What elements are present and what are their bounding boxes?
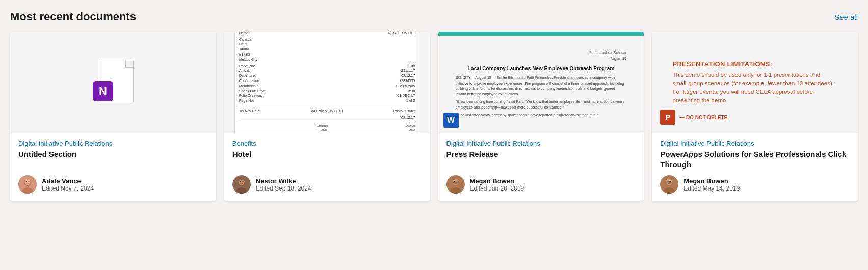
edited-date-3: Edited Jun 20, 2019	[470, 185, 524, 192]
card-name-1: Untitled Section	[18, 149, 208, 169]
receipt-preview: RECEIPT DIRECT BILL9700 SAN-1.... Name:N…	[234, 32, 419, 133]
card-content-2: Benefits Hotel	[224, 133, 430, 201]
most-recent-documents-section: Most recent documents See all N Digital …	[10, 10, 858, 201]
onenote-badge: N	[93, 81, 113, 101]
card-top-bar-3	[438, 32, 644, 36]
ppt-icon-container: P — DO NOT DELETE	[660, 110, 727, 125]
card-name-4: PowerApps Solutions for Sales Profession…	[660, 149, 850, 169]
meta-info-4: Megan Bowen Edited May 14, 2019	[683, 177, 740, 192]
warning-text: This demo should be used only for 1:1 pr…	[673, 71, 837, 105]
author-name-3: Megan Bowen	[470, 177, 524, 185]
card-meta-1: Adele Vance Edited Nov 7, 2024	[18, 175, 208, 194]
svg-point-9	[240, 181, 241, 182]
card-name-3: Press Release	[446, 149, 636, 169]
presentation-warning: PRESENTATION LIMITATIONS: This demo shou…	[668, 55, 843, 110]
svg-point-22	[668, 181, 669, 182]
card-name-2: Hotel	[232, 149, 422, 169]
author-name-1: Adele Vance	[42, 177, 94, 185]
avatar-megan-bowen-2	[660, 175, 678, 194]
avatar-megan-bowen-1	[446, 175, 465, 194]
card-folder-1[interactable]: Digital Initiative Public Relations	[18, 140, 208, 147]
avatar-nestor-wilke	[232, 175, 251, 194]
card-preview-1: N	[10, 32, 216, 133]
powerpoint-badge: P	[660, 110, 675, 125]
onenote-icon: N	[93, 60, 134, 105]
see-all-link[interactable]: See all	[834, 13, 858, 21]
edited-date-1: Edited Nov 7, 2024	[42, 185, 94, 192]
svg-point-15	[456, 181, 457, 182]
svg-point-23	[670, 181, 671, 182]
card-folder-2[interactable]: Benefits	[232, 140, 422, 147]
cards-grid: N Digital Initiative Public Relations Un…	[10, 32, 858, 201]
card-content-1: Digital Initiative Public Relations Unti…	[10, 133, 216, 201]
edited-date-4: Edited May 14, 2019	[683, 185, 740, 192]
document-card-1[interactable]: N Digital Initiative Public Relations Un…	[10, 32, 216, 201]
svg-point-14	[454, 181, 455, 182]
svg-point-10	[242, 181, 243, 182]
author-name-2: Nestor Wilke	[256, 177, 311, 185]
author-name-4: Megan Bowen	[683, 177, 740, 185]
document-card-2[interactable]: RECEIPT DIRECT BILL9700 SAN-1.... Name:N…	[224, 32, 430, 201]
document-card-3[interactable]: For Immediate ReleaseAugust 19 Local Com…	[438, 32, 644, 201]
do-not-delete-label: — DO NOT DELETE	[679, 115, 727, 120]
meta-info-2: Nestor Wilke Edited Sep 18, 2024	[256, 177, 311, 192]
warning-title: PRESENTATION LIMITATIONS:	[673, 60, 837, 68]
card-folder-4[interactable]: Digital Initiative Public Relations	[660, 140, 850, 147]
word-icon-press: W	[443, 113, 459, 128]
card-folder-3[interactable]: Digital Initiative Public Relations	[446, 140, 636, 147]
card-meta-3: Megan Bowen Edited Jun 20, 2019	[446, 175, 636, 194]
card-content-4: Digital Initiative Public Relations Powe…	[652, 133, 858, 201]
card-meta-4: Megan Bowen Edited May 14, 2019	[660, 175, 850, 194]
press-release-preview: For Immediate ReleaseAugust 19 Local Com…	[451, 45, 632, 123]
section-title: Most recent documents	[10, 10, 136, 23]
svg-point-4	[26, 181, 27, 182]
card-content-3: Digital Initiative Public Relations Pres…	[438, 133, 644, 201]
document-card-4[interactable]: PRESENTATION LIMITATIONS: This demo shou…	[652, 32, 858, 201]
card-preview-2: RECEIPT DIRECT BILL9700 SAN-1.... Name:N…	[224, 32, 430, 133]
section-header: Most recent documents See all	[10, 10, 858, 23]
meta-info-3: Megan Bowen Edited Jun 20, 2019	[470, 177, 524, 192]
meta-info-1: Adele Vance Edited Nov 7, 2024	[42, 177, 94, 192]
avatar-adele-vance	[18, 175, 37, 194]
card-preview-4: PRESENTATION LIMITATIONS: This demo shou…	[652, 32, 858, 133]
card-meta-2: Nestor Wilke Edited Sep 18, 2024	[232, 175, 422, 194]
edited-date-2: Edited Sep 18, 2024	[256, 185, 311, 192]
card-preview-3: For Immediate ReleaseAugust 19 Local Com…	[438, 36, 644, 133]
svg-point-5	[29, 181, 30, 182]
